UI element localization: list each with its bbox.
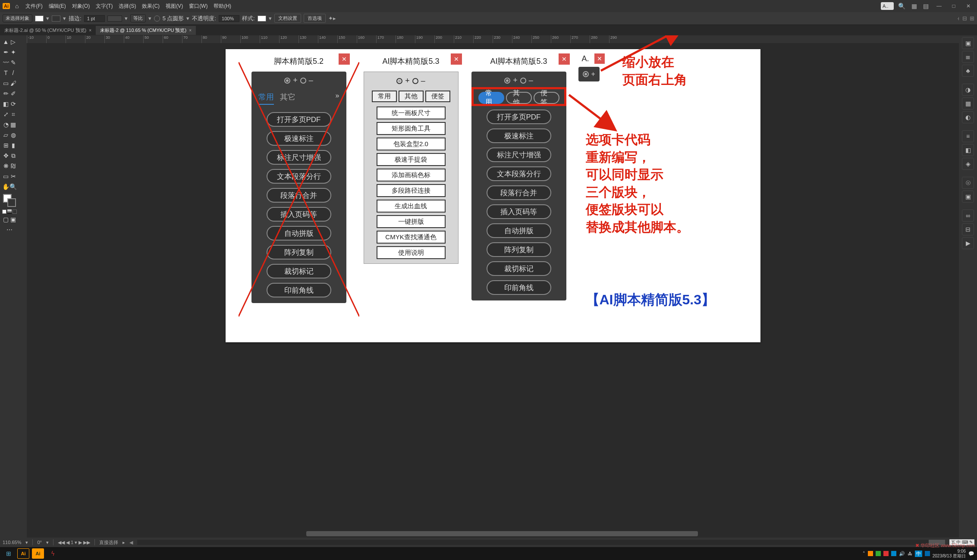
panel-button[interactable]: 矩形圆角工具 xyxy=(377,122,446,135)
rect-brush-tools[interactable]: ▭🖌 xyxy=(2,78,17,88)
doc-tab-1[interactable]: 未标题-2.ai @ 50 % (CMYK/CPU 预览)× xyxy=(0,26,96,35)
tab-common[interactable]: 常用 xyxy=(372,91,397,102)
panel-toggle-icon-3[interactable]: ⊞ xyxy=(970,15,974,22)
panel-button[interactable]: 极速手提袋 xyxy=(377,153,446,166)
eyedropper-blend-tools[interactable]: ✥⧉ xyxy=(2,151,17,160)
fill-swatch[interactable] xyxy=(35,16,44,22)
panel-button[interactable]: 标注尺寸增强 xyxy=(487,147,551,162)
tray-icon[interactable] xyxy=(876,551,881,556)
panel-button[interactable]: 裁切标记 xyxy=(487,261,551,276)
action-center-icon[interactable]: 💬 xyxy=(968,551,974,557)
panel-button[interactable]: 文本段落分行 xyxy=(487,166,551,181)
scrollbar-horizontal[interactable] xyxy=(27,530,959,538)
edit-toolbar-icon[interactable]: ⋯ xyxy=(2,225,17,235)
search-icon[interactable]: 🔍 xyxy=(898,3,905,9)
appearance-panel-icon[interactable]: ⦾ xyxy=(962,177,974,189)
symbols-panel-icon[interactable]: ∞ xyxy=(962,210,974,222)
perspective-gradient-tools[interactable]: ▱◍ xyxy=(2,130,17,140)
tray-icon[interactable] xyxy=(883,551,889,556)
tray-icon[interactable] xyxy=(891,551,896,556)
status-scroll[interactable] xyxy=(137,540,945,545)
panel-button[interactable]: 段落行合并 xyxy=(487,185,551,200)
layers-panel-icon[interactable]: ≣ xyxy=(962,51,974,63)
doc-setup-button[interactable]: 文档设置 xyxy=(274,14,301,23)
screen-mode-icons[interactable]: ▢▣ xyxy=(2,215,17,224)
brush-pencil-tools[interactable]: ✏✐ xyxy=(2,89,17,98)
panel-button[interactable]: CMYK查找潘通色 xyxy=(377,231,446,244)
taskbar-illustrator-2[interactable]: Ai xyxy=(32,548,44,559)
radio-on-icon[interactable] xyxy=(396,78,402,84)
stroke-swatch[interactable] xyxy=(52,16,60,22)
taskbar-app-icon[interactable]: ϟ xyxy=(47,548,59,559)
tab-notes[interactable]: 便签 xyxy=(425,91,450,102)
workspace-icon[interactable]: ▦ xyxy=(911,3,917,9)
brushes-panel-icon[interactable]: ◐ xyxy=(962,111,974,123)
color-panel-icon[interactable]: ◑ xyxy=(962,84,974,96)
graphic-styles-icon[interactable]: ▣ xyxy=(962,191,974,203)
tray-icon[interactable] xyxy=(925,551,930,556)
tab-other[interactable]: 其他 xyxy=(399,91,424,102)
start-button[interactable]: ⊞ xyxy=(3,548,15,559)
menu-select[interactable]: 选择(S) xyxy=(117,2,138,11)
taskbar-clock[interactable]: 9:06 2023/8/13 星期日 xyxy=(933,549,966,558)
tray-icon[interactable] xyxy=(868,551,873,556)
prefs-button[interactable]: 首选项 xyxy=(304,14,326,23)
pathfinder-panel-icon[interactable]: ▶ xyxy=(962,237,974,249)
artboard-slice-tools[interactable]: ▭✂ xyxy=(2,172,17,181)
rotation-value[interactable]: 0° xyxy=(37,540,42,545)
window-maximize[interactable]: □ xyxy=(948,2,960,10)
eraser-rotate-tools[interactable]: ◧⟳ xyxy=(2,99,17,109)
panel-button[interactable]: 多段路径连接 xyxy=(377,184,446,197)
menu-file[interactable]: 文件(F) xyxy=(24,2,44,11)
menu-view[interactable]: 视图(V) xyxy=(164,2,185,11)
curve-tools[interactable]: 〰✎ xyxy=(2,58,17,67)
menu-help[interactable]: 帮助(H) xyxy=(212,2,233,11)
panel-button[interactable]: 阵列复制 xyxy=(487,242,551,257)
properties-panel-icon[interactable]: ▣ xyxy=(962,37,974,49)
panel-toggle-icon[interactable]: ⫞ xyxy=(957,15,960,22)
close-button[interactable]: ✕ xyxy=(451,53,462,65)
tray-network-icon[interactable]: 🖧 xyxy=(908,551,912,556)
radio-on-icon[interactable] xyxy=(504,78,510,84)
panel-button[interactable]: 打开多页PDF xyxy=(487,109,551,124)
gradient-panel-icon[interactable]: ◧ xyxy=(962,144,974,156)
panel-button[interactable]: 极速标注 xyxy=(487,128,551,143)
window-minimize[interactable]: — xyxy=(933,2,945,10)
menu-effect[interactable]: 效果(C) xyxy=(140,2,161,11)
stroke-panel-icon[interactable]: ≡ xyxy=(962,130,974,142)
menu-window[interactable]: 窗口(W) xyxy=(187,2,209,11)
close-button[interactable]: ✕ xyxy=(559,53,570,65)
panel-button[interactable]: 生成出血线 xyxy=(377,200,446,213)
close-icon[interactable]: × xyxy=(89,28,91,33)
hand-zoom-tools[interactable]: ✋🔍 xyxy=(2,182,17,191)
doc-tab-2[interactable]: 未标题-2 @ 110.65 % (CMYK/CPU 预览)× xyxy=(96,26,196,35)
align-panel-icon[interactable]: ⊟ xyxy=(962,223,974,235)
artboard-nav[interactable]: ◀◀ ◀ 1 ▾ ▶ ▶▶ xyxy=(58,540,90,545)
menu-type[interactable]: 文字(T) xyxy=(94,2,114,11)
libraries-panel-icon[interactable]: ♣ xyxy=(962,65,974,77)
tray-up-icon[interactable]: ˄ xyxy=(863,551,865,557)
pen-wand-tools[interactable]: ✒✦ xyxy=(2,47,17,57)
text-line-tools[interactable]: T/ xyxy=(2,68,17,78)
panel-button[interactable]: 使用说明 xyxy=(377,246,446,259)
scale-mode[interactable]: 等比 xyxy=(130,14,146,22)
scale-warp-tools[interactable]: ⤢⌗ xyxy=(2,109,17,119)
mesh-gradient-tools[interactable]: ⊞▮ xyxy=(2,141,17,150)
style-swatch[interactable] xyxy=(258,16,266,22)
radio-row[interactable]: + – xyxy=(504,76,533,85)
panel-button[interactable]: 一键拼版 xyxy=(377,215,446,228)
panel-button[interactable]: 印前角线 xyxy=(487,280,551,295)
shapebuilder-tools[interactable]: ◔▦ xyxy=(2,120,17,129)
swatches-panel-icon[interactable]: ▦ xyxy=(962,97,974,109)
panel-button[interactable]: 插入页码等 xyxy=(487,204,551,219)
close-icon[interactable]: × xyxy=(189,28,192,33)
radio-off-icon[interactable] xyxy=(412,78,418,84)
opacity-input[interactable] xyxy=(219,15,239,22)
home-icon[interactable]: ⌂ xyxy=(15,3,19,9)
panel-button[interactable]: 自动拼版 xyxy=(487,223,551,238)
canvas[interactable]: 脚本精简版5.2 ✕ + – 常用 其它 » 打开多页PDF xyxy=(27,43,959,530)
drawing-mode-icons[interactable] xyxy=(2,210,17,214)
transparency-panel-icon[interactable]: ◈ xyxy=(962,158,974,170)
panel-button[interactable]: 包装盒型2.0 xyxy=(377,138,446,150)
cloud-search[interactable]: A.. xyxy=(881,2,894,10)
